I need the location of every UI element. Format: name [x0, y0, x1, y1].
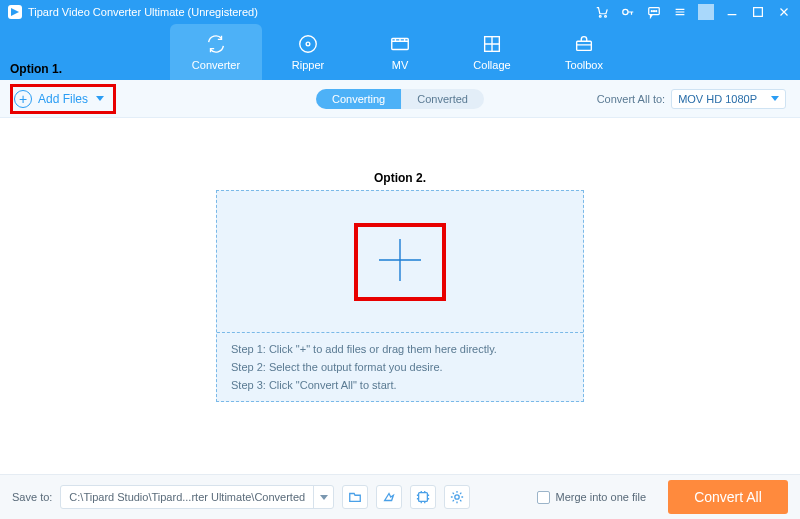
- gpu-button[interactable]: [410, 485, 436, 509]
- svg-rect-7: [754, 8, 763, 17]
- svg-rect-13: [419, 493, 428, 502]
- svg-point-8: [300, 36, 317, 53]
- tab-label: Ripper: [292, 59, 324, 71]
- sub-toolbar: Option 1. + Add Files Converting Convert…: [0, 80, 800, 118]
- segment-converting[interactable]: Converting: [316, 89, 401, 109]
- window-title: Tipard Video Converter Ultimate (Unregis…: [28, 6, 258, 18]
- convert-all-button[interactable]: Convert All: [668, 480, 788, 514]
- ripper-icon: [297, 33, 319, 55]
- segment-converted[interactable]: Converted: [401, 89, 484, 109]
- add-files-plus-icon[interactable]: [372, 232, 428, 291]
- merge-label: Merge into one file: [556, 491, 647, 503]
- merge-checkbox[interactable]: [537, 491, 550, 504]
- maximize-button[interactable]: [750, 4, 766, 20]
- svg-point-6: [656, 11, 657, 12]
- drop-zone[interactable]: Option 2. Step 1: Click "+" to add files…: [216, 190, 584, 402]
- annotation-option1-label: Option 1.: [10, 62, 62, 76]
- menu-icon[interactable]: [672, 4, 688, 20]
- feedback-icon[interactable]: [646, 4, 662, 20]
- add-files-button[interactable]: + Add Files: [14, 90, 104, 108]
- separator: [698, 4, 714, 20]
- toolbox-icon: [573, 33, 595, 55]
- annotation-option2-label: Option 2.: [374, 171, 426, 185]
- status-segment: Converting Converted: [316, 89, 484, 109]
- svg-point-1: [605, 16, 607, 18]
- collage-icon: [481, 33, 503, 55]
- tab-label: MV: [392, 59, 409, 71]
- svg-point-5: [653, 11, 654, 12]
- step-3: Step 3: Click "Convert All" to start.: [231, 379, 569, 391]
- step-1: Step 1: Click "+" to add files or drag t…: [231, 343, 569, 355]
- output-format-value: MOV HD 1080P: [678, 93, 757, 105]
- tab-collage[interactable]: Collage: [446, 24, 538, 80]
- mv-icon: [389, 33, 411, 55]
- tab-converter[interactable]: Converter: [170, 24, 262, 80]
- tab-label: Collage: [473, 59, 510, 71]
- chevron-down-icon: [771, 96, 779, 101]
- plus-circle-icon: +: [14, 90, 32, 108]
- app-logo-icon: [8, 5, 22, 19]
- step-2: Step 2: Select the output format you des…: [231, 361, 569, 373]
- svg-point-9: [306, 42, 310, 46]
- open-folder-button[interactable]: [342, 485, 368, 509]
- cart-icon[interactable]: [594, 4, 610, 20]
- chevron-down-icon: [96, 96, 104, 101]
- save-path-value: C:\Tipard Studio\Tipard...rter Ultimate\…: [61, 491, 313, 503]
- main-tabs: Converter Ripper MV Collage Toolbox: [0, 24, 800, 80]
- svg-point-0: [599, 16, 601, 18]
- svg-point-4: [651, 11, 652, 12]
- svg-point-14: [455, 495, 459, 499]
- instructions: Step 1: Click "+" to add files or drag t…: [217, 332, 583, 401]
- output-format-select[interactable]: MOV HD 1080P: [671, 89, 786, 109]
- svg-rect-12: [577, 41, 592, 50]
- tab-mv[interactable]: MV: [354, 24, 446, 80]
- minimize-button[interactable]: [724, 4, 740, 20]
- tab-ripper[interactable]: Ripper: [262, 24, 354, 80]
- convert-all-to-label: Convert All to:: [597, 93, 665, 105]
- title-bar-actions: [594, 4, 792, 20]
- merge-option: Merge into one file: [537, 491, 647, 504]
- save-to-label: Save to:: [12, 491, 52, 503]
- main-panel: Option 2. Step 1: Click "+" to add files…: [0, 118, 800, 474]
- svg-point-2: [623, 9, 628, 14]
- bottom-bar: Save to: C:\Tipard Studio\Tipard...rter …: [0, 474, 800, 519]
- speed-button[interactable]: [376, 485, 402, 509]
- tab-label: Toolbox: [565, 59, 603, 71]
- add-files-label: Add Files: [38, 92, 88, 106]
- key-icon[interactable]: [620, 4, 636, 20]
- tab-toolbox[interactable]: Toolbox: [538, 24, 630, 80]
- save-path-dropdown[interactable]: [313, 486, 333, 508]
- converter-icon: [205, 33, 227, 55]
- close-button[interactable]: [776, 4, 792, 20]
- save-path-box: C:\Tipard Studio\Tipard...rter Ultimate\…: [60, 485, 334, 509]
- settings-button[interactable]: [444, 485, 470, 509]
- title-bar: Tipard Video Converter Ultimate (Unregis…: [0, 0, 800, 24]
- tab-label: Converter: [192, 59, 240, 71]
